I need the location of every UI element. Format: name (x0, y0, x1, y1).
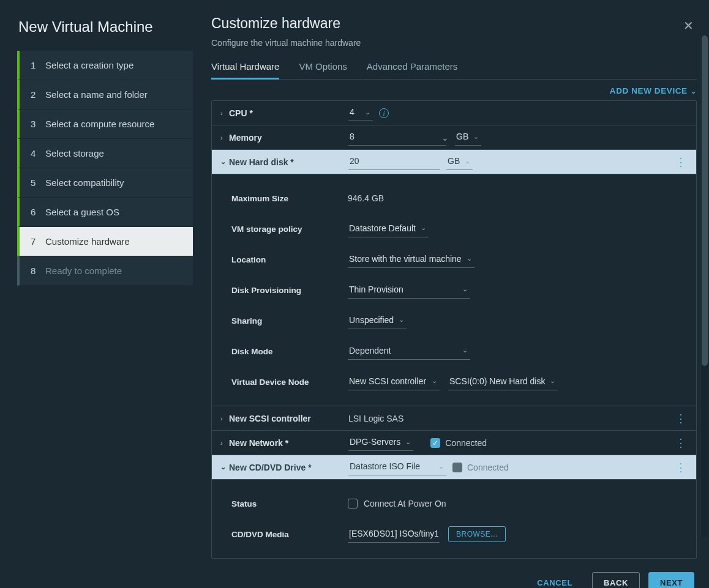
hd-sharing-select[interactable]: Unspecified⌄ (348, 313, 407, 329)
chevron-right-icon: › (220, 439, 229, 447)
scsi-value: LSI Logic SAS (348, 414, 672, 423)
chevron-down-icon: ⌄ (438, 463, 444, 471)
harddisk-label: New Hard disk * (229, 157, 348, 167)
chevron-down-icon: ⌄ (220, 463, 229, 471)
chevron-right-icon: › (220, 134, 229, 141)
memory-input[interactable] (348, 129, 446, 146)
chevron-down-icon: ⌄ (462, 346, 468, 354)
kebab-menu-icon[interactable]: ⋮ (672, 461, 690, 474)
harddisk-details: Maximum Size 946.4 GB VM storage policy … (212, 174, 696, 406)
step-1[interactable]: 1Select a creation type (17, 51, 193, 80)
hw-memory-row[interactable]: › Memory ⌄ GB⌄ (212, 125, 696, 150)
scrollbar-thumb[interactable] (702, 35, 708, 366)
network-connected-label: Connected (445, 438, 487, 448)
info-icon[interactable]: i (379, 108, 389, 118)
kebab-menu-icon[interactable]: ⋮ (672, 155, 690, 169)
cddvd-media-row: CD/DVD Media BROWSE... (231, 519, 690, 549)
hardware-panel: › CPU * 4⌄ i › Memory ⌄ GB⌄ ⌄ (211, 100, 697, 559)
next-button[interactable]: NEXT (648, 572, 694, 588)
chevron-down-icon: ⌄ (421, 224, 426, 232)
hd-sharing-row: Sharing Unspecified⌄ (231, 305, 690, 336)
cddvd-details: Status Connect At Power On CD/DVD Media … (212, 480, 696, 558)
step-4[interactable]: 4Select storage (17, 139, 193, 168)
memory-unit-select[interactable]: GB⌄ (455, 129, 481, 146)
hd-mode-row: Disk Mode Dependent⌄ (231, 336, 690, 367)
hd-vdn-controller-select[interactable]: New SCSI controller⌄ (348, 374, 440, 390)
chevron-down-icon: ⌄ (465, 157, 470, 165)
hd-mode-select[interactable]: Dependent⌄ (348, 343, 470, 360)
back-button[interactable]: BACK (592, 572, 640, 588)
hw-cddvd-row[interactable]: ⌄ New CD/DVD Drive * Datastore ISO File⌄… (212, 455, 696, 480)
hd-policy-row: VM storage policy Datastore Default⌄ (231, 214, 690, 244)
cddvd-status-value: Connect At Power On (364, 499, 446, 508)
chevron-down-icon: ⌄ (220, 158, 229, 166)
tab-virtual-hardware[interactable]: Virtual Hardware (211, 61, 279, 80)
chevron-down-icon: ⌄ (462, 285, 468, 293)
hw-network-row[interactable]: › New Network * DPG-Servers⌄ ✓ Connected… (212, 431, 696, 455)
page-subtitle: Configure the virtual machine hardware (211, 38, 697, 48)
hd-vdn-port-select[interactable]: SCSI(0:0) New Hard disk⌄ (448, 374, 558, 390)
tab-advanced-parameters[interactable]: Advanced Parameters (367, 61, 457, 79)
hd-location-row: Location Store with the virtual machine⌄ (231, 244, 690, 275)
cddvd-label: New CD/DVD Drive * (229, 463, 348, 472)
chevron-down-icon: ⌄ (467, 255, 472, 262)
tab-vm-options[interactable]: VM Options (299, 61, 347, 79)
wizard-steps: 1Select a creation type 2Select a name a… (0, 51, 193, 286)
step-3[interactable]: 3Select a compute resource (17, 110, 193, 139)
step-5[interactable]: 5Select compatibility (17, 168, 193, 198)
wizard-sidebar: New Virtual Machine 1Select a creation t… (0, 0, 193, 588)
hw-harddisk-row[interactable]: ⌄ New Hard disk * GB⌄ ⋮ (212, 150, 696, 174)
chevron-down-icon: ⌄ (441, 133, 449, 143)
chevron-down-icon: ⌄ (432, 377, 437, 385)
chevron-down-icon: ⌄ (550, 377, 555, 385)
hd-provisioning-select[interactable]: Thin Provision⌄ (348, 282, 470, 299)
cddvd-status-row: Status Connect At Power On (231, 488, 690, 519)
close-icon[interactable]: ✕ (683, 18, 694, 33)
chevron-down-icon: ⌄ (399, 316, 404, 324)
step-7[interactable]: 7Customize hardware (17, 227, 193, 256)
memory-label: Memory (229, 133, 348, 143)
hw-cpu-row[interactable]: › CPU * 4⌄ i (212, 101, 696, 125)
cddvd-connected-checkbox (452, 463, 462, 472)
kebab-menu-icon[interactable]: ⋮ (672, 412, 690, 425)
cancel-button[interactable]: CANCEL (526, 572, 583, 588)
cpu-select[interactable]: 4⌄ (348, 105, 373, 121)
chevron-down-icon: ⌄ (689, 87, 697, 95)
page-title: Customize hardware (211, 15, 697, 32)
cddvd-poweron-checkbox[interactable] (348, 499, 358, 508)
hw-scsi-row[interactable]: › New SCSI controller LSI Logic SAS ⋮ (212, 406, 696, 431)
chevron-down-icon: ⌄ (405, 438, 411, 446)
harddisk-size-input[interactable] (348, 154, 440, 170)
chevron-right-icon: › (220, 110, 229, 117)
chevron-down-icon: ⌄ (473, 133, 479, 141)
network-connected-checkbox[interactable]: ✓ (430, 438, 440, 448)
hd-vdn-row: Virtual Device Node New SCSI controller⌄… (231, 367, 690, 397)
cddvd-select[interactable]: Datastore ISO File⌄ (348, 459, 446, 475)
wizard-footer: CANCEL BACK NEXT (211, 559, 697, 588)
chevron-right-icon: › (220, 415, 229, 422)
hardware-tabs: Virtual Hardware VM Options Advanced Par… (211, 61, 697, 80)
harddisk-unit-select[interactable]: GB⌄ (446, 154, 473, 170)
wizard-title: New Virtual Machine (0, 15, 193, 51)
hd-policy-select[interactable]: Datastore Default⌄ (348, 221, 429, 237)
wizard-main: ✕ Customize hardware Configure the virtu… (193, 0, 709, 588)
hd-provisioning-row: Disk Provisioning Thin Provision⌄ (231, 275, 690, 305)
kebab-menu-icon[interactable]: ⋮ (672, 436, 690, 450)
chevron-down-icon: ⌄ (365, 108, 370, 116)
network-label: New Network * (229, 438, 348, 448)
add-new-device-button[interactable]: ADD NEW DEVICE ⌄ (610, 86, 697, 95)
network-select[interactable]: DPG-Servers⌄ (348, 434, 413, 451)
step-8: 8Ready to complete (17, 256, 193, 286)
cddvd-media-input[interactable] (348, 526, 440, 543)
hd-location-select[interactable]: Store with the virtual machine⌄ (348, 251, 475, 268)
cddvd-connected-label: Connected (467, 463, 509, 472)
scsi-label: New SCSI controller (229, 414, 348, 423)
wizard-dialog: New Virtual Machine 1Select a creation t… (0, 0, 709, 588)
step-6[interactable]: 6Select a guest OS (17, 198, 193, 227)
browse-button[interactable]: BROWSE... (448, 526, 506, 542)
step-2[interactable]: 2Select a name and folder (17, 80, 193, 110)
hd-max-size-row: Maximum Size 946.4 GB (231, 183, 690, 214)
cpu-label: CPU * (229, 108, 348, 118)
